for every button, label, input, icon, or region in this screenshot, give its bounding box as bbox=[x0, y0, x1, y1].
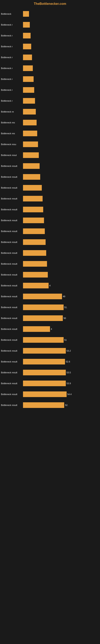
bar-container: 54.4 bbox=[23, 391, 98, 398]
bar-label: Bottleneck result bbox=[1, 230, 23, 232]
bar-fill bbox=[23, 152, 39, 158]
bar-label: Bottleneck result bbox=[1, 328, 23, 330]
bar-container: 52. bbox=[23, 402, 98, 408]
bar-container bbox=[23, 87, 98, 93]
bar-row: Bottleneck result bbox=[1, 194, 98, 204]
bar-row: Bottleneck result bbox=[1, 172, 98, 182]
bar-label: Bottleneck result bbox=[1, 295, 23, 298]
bar-value: 51. bbox=[64, 306, 67, 308]
bar-label: Bottleneck resul bbox=[1, 154, 23, 156]
bar-row: Bottleneck r bbox=[1, 96, 98, 106]
bar-row: Bottleneck result52.6 bbox=[1, 356, 98, 367]
bar-fill bbox=[23, 283, 49, 288]
bar-container bbox=[23, 130, 98, 137]
bar-container bbox=[23, 98, 98, 104]
bar-container bbox=[23, 174, 98, 180]
bar-label: Bottleneck r bbox=[1, 67, 23, 70]
bar-fill bbox=[23, 76, 34, 82]
bar-label: Bottleneck result bbox=[1, 219, 23, 222]
bar-row: Bottleneck result53.9 bbox=[1, 378, 98, 388]
bar-label: Bottleneck r bbox=[1, 45, 23, 48]
bar-container bbox=[23, 108, 98, 115]
bar-fill bbox=[23, 337, 64, 343]
bar-fill bbox=[23, 207, 43, 212]
bar-container bbox=[23, 43, 98, 50]
bar-value: 53.5 bbox=[67, 371, 71, 374]
bar-row: Bottleneck result53.2 bbox=[1, 346, 98, 356]
bar-label: Bottleneck r bbox=[1, 100, 23, 102]
bar-label: Bottleneck result bbox=[1, 306, 23, 308]
bar-fill bbox=[23, 185, 42, 190]
bar-value: 52. bbox=[65, 404, 68, 406]
bar-label: Bottleneck result bbox=[1, 404, 23, 406]
bar-container bbox=[23, 239, 98, 245]
bar-row: Bottleneck result bbox=[1, 204, 98, 215]
bar-container bbox=[23, 217, 98, 224]
bar-label: Bottleneck res bbox=[1, 121, 23, 124]
bar-fill bbox=[23, 66, 33, 71]
bar-row: Bottleneck result bbox=[1, 248, 98, 258]
bar-fill bbox=[23, 370, 66, 375]
bar-label: Bottleneck result bbox=[1, 252, 23, 254]
bar-container: 53.2 bbox=[23, 348, 98, 354]
bar-row: Bottleneck r bbox=[1, 20, 98, 30]
bar-row: Bottleneck result49 bbox=[1, 291, 98, 302]
bar-fill bbox=[23, 228, 45, 234]
bar-row: Bottleneck result52. bbox=[1, 400, 98, 410]
bar-container: 50 bbox=[23, 315, 98, 322]
bar-label: Bottleneck result bbox=[1, 208, 23, 211]
bar-label: Bottleneck result bbox=[1, 393, 23, 396]
bar-fill bbox=[23, 130, 37, 136]
bar-value: 4 bbox=[51, 328, 52, 330]
bar-row: Bottleneck re bbox=[1, 106, 98, 117]
bar-row: Bottleneck result bbox=[1, 215, 98, 226]
bar-label: Bottleneck resu bbox=[1, 143, 23, 146]
bar-row: Bottleneck r bbox=[1, 41, 98, 52]
bar-fill bbox=[23, 392, 67, 397]
bar-container: 53.9 bbox=[23, 380, 98, 386]
bar-row: Bottleneck result50 bbox=[1, 313, 98, 324]
bar-container: 49 bbox=[23, 293, 98, 300]
bar-value: 49 bbox=[63, 295, 65, 298]
bar-row: Bottleneck result54.4 bbox=[1, 389, 98, 400]
bar-container bbox=[23, 250, 98, 256]
bar-label: Bottleneck result bbox=[1, 317, 23, 320]
bar-label: Bottleneck result bbox=[1, 284, 23, 287]
bar-row: Bottleneck resul bbox=[1, 150, 98, 160]
bar-container: 51 bbox=[23, 337, 98, 343]
bar-fill bbox=[23, 348, 66, 354]
bar-container: 52.6 bbox=[23, 358, 98, 365]
bar-fill bbox=[23, 261, 47, 267]
bar-value: 52.6 bbox=[66, 360, 70, 363]
bar-value: 54.4 bbox=[67, 393, 72, 396]
bar-label: Bottleneck result bbox=[1, 371, 23, 374]
bar-fill bbox=[23, 44, 31, 49]
bar-row: Bottleneck res bbox=[1, 128, 98, 139]
bar-fill bbox=[23, 359, 65, 364]
bar-fill bbox=[23, 239, 46, 245]
site-header: TheBottlenecker.com bbox=[0, 0, 100, 7]
bar-label: Bottleneck re bbox=[1, 110, 23, 113]
bar-label: Bottleneck r bbox=[1, 89, 23, 91]
bar-row: Bottleneck result bbox=[1, 270, 98, 280]
bar-container bbox=[23, 206, 98, 213]
bar-fill bbox=[23, 33, 31, 38]
bar-container bbox=[23, 32, 98, 39]
bar-row: Bottleneck result51 bbox=[1, 335, 98, 345]
bar-row: Bottleneck r bbox=[1, 52, 98, 62]
bar-fill bbox=[23, 163, 40, 169]
bar-value: 53.2 bbox=[67, 350, 71, 352]
bar-value: 4 bbox=[50, 284, 50, 287]
bar-value: 53.9 bbox=[67, 382, 71, 384]
bar-label: Bottleneck res bbox=[1, 132, 23, 135]
bar-fill bbox=[23, 196, 43, 202]
bar-label: Bottleneck r bbox=[1, 78, 23, 80]
bar-fill bbox=[23, 326, 50, 332]
bar-container bbox=[23, 152, 98, 158]
bar-label: Bottleneck result bbox=[1, 339, 23, 341]
bar-label: Bottleneck bbox=[1, 13, 23, 15]
bar-container bbox=[23, 163, 98, 169]
bar-row: Bottleneck result bbox=[1, 237, 98, 247]
bar-row: Bottleneck result bbox=[1, 161, 98, 171]
bar-row: Bottleneck result51. bbox=[1, 302, 98, 312]
